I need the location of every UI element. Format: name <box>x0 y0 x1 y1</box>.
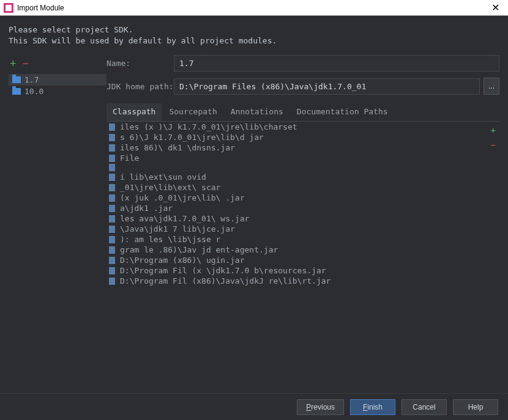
name-label: Name: <box>106 59 174 68</box>
classpath-row[interactable]: s 6)\J k1.7.0_01\jre\lib\d jar <box>106 132 499 142</box>
classpath-text: \Java\jdk1 7 lib\jce.jar <box>120 224 235 234</box>
jar-icon <box>109 246 115 254</box>
tab-documentation-paths[interactable]: Documentation Paths <box>291 103 394 121</box>
app-icon <box>4 3 13 13</box>
dialog-footer: Previous Finish Cancel Help <box>0 393 508 420</box>
sdk-label: 1.7 <box>24 75 39 84</box>
classpath-text: a\jdk1 .jar <box>120 204 173 213</box>
classpath-row[interactable]: D:\Program Fil (x \jdk1.7.0 b\resources.… <box>106 265 499 276</box>
classpath-row[interactable]: _01\jre\lib\ext\ scar <box>106 182 499 193</box>
classpath-text: D:\Program (x86)\ ugin.jar <box>120 256 245 265</box>
remove-classpath-icon[interactable]: − <box>491 140 496 150</box>
jar-icon <box>109 205 115 212</box>
sdk-label: 10.0 <box>24 87 43 96</box>
classpath-text: File <box>120 153 139 163</box>
classpath-text: les ava\jdk1.7.0_01\ ws.jar <box>120 214 249 223</box>
finish-button[interactable]: Finish <box>350 399 395 415</box>
path-label: JDK home path: <box>106 82 174 91</box>
classpath-row[interactable]: i lib\ext\sun ovid <box>106 172 499 182</box>
jar-icon <box>109 215 115 223</box>
classpath-panel: + − iles (x )\J k1.7.0_01\jre\lib\charse… <box>106 121 499 418</box>
classpath-row[interactable]: iles 86)\ dk1 \dnsns.jar <box>106 142 499 153</box>
classpath-row[interactable]: D:\Program (x86)\ ugin.jar <box>106 255 499 265</box>
classpath-row[interactable]: \Java\jdk1 7 lib\jce.jar <box>106 224 499 234</box>
sdk-item-1.7[interactable]: 1.7 <box>9 74 106 86</box>
classpath-row[interactable]: ): am les \lib\jsse r <box>106 234 499 245</box>
previous-button[interactable]: Previous <box>297 399 344 415</box>
classpath-text: i lib\ext\sun ovid <box>120 172 206 182</box>
classpath-text: D:\Program Fil (x \jdk1.7.0 b\resources.… <box>120 266 326 275</box>
jar-icon <box>109 155 115 162</box>
titlebar: Import Module ✕ <box>0 0 508 16</box>
classpath-text: _01\jre\lib\ext\ scar <box>120 183 220 192</box>
tabs: Classpath Sourcepath Annotations Documen… <box>106 103 499 121</box>
classpath-text: iles 86)\ dk1 \dnsns.jar <box>120 143 235 152</box>
instructions: Please select project SDK. This SDK will… <box>0 16 508 53</box>
classpath-row[interactable]: iles (x )\J k1.7.0_01\jre\lib\charset <box>106 122 499 132</box>
jar-icon <box>109 278 115 285</box>
cancel-button[interactable]: Cancel <box>402 399 447 415</box>
jar-icon <box>109 194 115 202</box>
help-button[interactable]: Help <box>453 399 498 415</box>
jar-icon <box>109 174 115 181</box>
jar-icon <box>109 267 115 274</box>
svg-rect-1 <box>6 5 12 11</box>
jar-icon <box>109 144 115 152</box>
sdk-item-10.0[interactable]: 10.0 <box>9 86 106 97</box>
tab-annotations[interactable]: Annotations <box>225 103 289 121</box>
classpath-row[interactable]: File <box>106 153 499 163</box>
classpath-row[interactable]: gram le .86)\Jav jd ent-agent.jar <box>106 245 499 255</box>
add-classpath-icon[interactable]: + <box>491 125 496 135</box>
classpath-row[interactable]: D:\Program Fil (x86)\Java\jdkJ re\lib\rt… <box>106 276 499 286</box>
folder-icon <box>12 76 21 83</box>
folder-icon <box>12 88 21 95</box>
instruction-line: This SDK will be used by default by all … <box>9 35 499 46</box>
jar-icon <box>109 164 115 171</box>
classpath-row[interactable]: les ava\jdk1.7.0_01\ ws.jar <box>106 213 499 224</box>
jar-icon <box>109 226 115 233</box>
classpath-row[interactable]: (x juk .0_01\jre\lib\ .jar <box>106 193 499 203</box>
classpath-text: gram le .86)\Jav jd ent-agent.jar <box>120 245 278 254</box>
tab-classpath[interactable]: Classpath <box>106 103 162 121</box>
remove-sdk-icon[interactable]: − <box>23 57 29 70</box>
tab-sourcepath[interactable]: Sourcepath <box>163 103 223 121</box>
window-title: Import Module <box>17 4 64 12</box>
classpath-text: (x juk .0_01\jre\lib\ .jar <box>120 193 245 202</box>
name-input[interactable] <box>174 55 499 72</box>
add-sdk-icon[interactable]: + <box>10 57 17 70</box>
jar-icon <box>109 257 115 264</box>
browse-button[interactable]: ... <box>484 78 499 95</box>
classpath-text: s 6)\J k1.7.0_01\jre\lib\d jar <box>120 133 264 142</box>
jdk-home-path-input[interactable] <box>174 78 480 95</box>
jar-icon <box>109 134 115 141</box>
classpath-row[interactable]: a\jdk1 .jar <box>106 203 499 213</box>
jar-icon <box>109 236 115 243</box>
classpath-text: D:\Program Fil (x86)\Java\jdkJ re\lib\rt… <box>120 276 331 286</box>
jar-icon <box>109 123 115 131</box>
sdk-list: + − 1.7 10.0 <box>9 55 106 418</box>
instruction-line: Please select project SDK. <box>9 24 499 35</box>
classpath-text: iles (x )\J k1.7.0_01\jre\lib\charset <box>120 122 297 131</box>
classpath-row[interactable] <box>106 163 499 172</box>
close-icon[interactable]: ✕ <box>487 2 504 13</box>
jar-icon <box>109 184 115 191</box>
classpath-text: ): am les \lib\jsse r <box>120 235 220 244</box>
